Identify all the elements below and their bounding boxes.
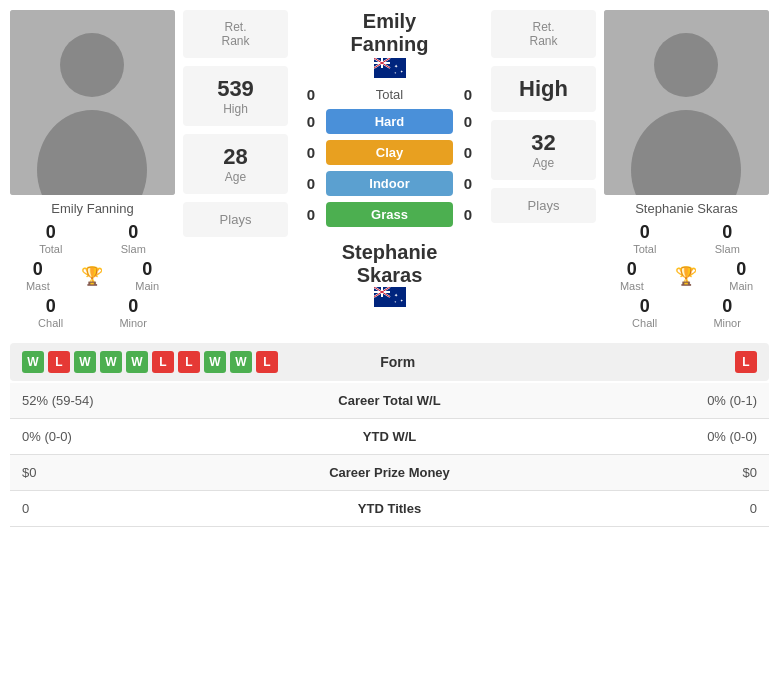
svg-text:✦: ✦ [394, 292, 398, 298]
indoor-right: 0 [453, 175, 483, 192]
clay-left: 0 [296, 144, 326, 161]
left-badge-l: L [178, 351, 200, 373]
right-slam-label: Slam [715, 243, 740, 255]
right-minor-label: Minor [713, 317, 741, 329]
right-main-cell: 0 Main [729, 259, 753, 292]
hard-left: 0 [296, 113, 326, 130]
left-stats-row3: 0 Chall 0 Minor [10, 296, 175, 329]
total-left: 0 [296, 86, 326, 103]
left-ret-label: Ret. [199, 20, 272, 34]
left-trophy-row: 0 Mast 🏆 0 Main [10, 259, 175, 292]
left-main-cell: 0 Main [135, 259, 159, 292]
clay-btn: Clay [326, 140, 453, 165]
left-mast-value: 0 [33, 259, 43, 280]
svg-point-26 [654, 33, 718, 97]
stats-left-val: 0 [10, 491, 260, 527]
left-form-badges: WLWWWLLWWL [22, 351, 278, 373]
indoor-btn: Indoor [326, 171, 453, 196]
left-badge-w: W [22, 351, 44, 373]
right-rank-value: High [507, 76, 580, 102]
left-slam-label: Slam [121, 243, 146, 255]
right-flag-icon: ✦ ✦ ✦ [374, 287, 406, 307]
left-stats-row1: 0 Total 0 Slam [10, 222, 175, 255]
left-flag-icon: ✦ ✦ ✦ [374, 58, 406, 78]
left-plays-label: Plays [199, 212, 272, 227]
total-row: 0 Total 0 [296, 86, 483, 103]
right-total-cell: 0 Total [633, 222, 656, 255]
total-label: Total [326, 87, 453, 102]
right-rank-section-label: Rank [507, 34, 580, 48]
right-mast-cell: 0 Mast [620, 259, 644, 292]
stats-right-val: 0% (0-1) [519, 383, 769, 419]
right-rank-box: Ret. Rank [491, 10, 596, 58]
stats-center-label: YTD W/L [260, 419, 518, 455]
right-player-photo-col: Stephanie Skaras 0 Total 0 Slam 0 Mast [604, 10, 769, 333]
left-mast-label: Mast [26, 280, 50, 292]
right-form-badges: L [518, 351, 758, 373]
left-plays-box: Plays [183, 202, 288, 237]
right-chall-cell: 0 Chall [632, 296, 657, 329]
left-player-name: Emily Fanning [10, 201, 175, 216]
right-player-name-top-center: Stephanie Skaras [342, 241, 438, 287]
right-minor-cell: 0 Minor [713, 296, 741, 329]
left-badge-w: W [100, 351, 122, 373]
svg-text:✦: ✦ [394, 71, 397, 75]
clay-right: 0 [453, 144, 483, 161]
indoor-left: 0 [296, 175, 326, 192]
right-chall-label: Chall [632, 317, 657, 329]
left-total-value: 0 [46, 222, 56, 243]
left-chall-label: Chall [38, 317, 63, 329]
right-stats-row1: 0 Total 0 Slam [604, 222, 769, 255]
right-minor-value: 0 [722, 296, 732, 317]
svg-text:✦: ✦ [394, 63, 398, 69]
left-badge-l: L [152, 351, 174, 373]
total-right: 0 [453, 86, 483, 103]
left-total-cell: 0 Total [39, 222, 62, 255]
left-main-label: Main [135, 280, 159, 292]
left-rank-section-label: Rank [199, 34, 272, 48]
right-silhouette-icon [604, 10, 769, 195]
left-player-name-top-line1: Emily [363, 10, 416, 32]
hard-right: 0 [453, 113, 483, 130]
right-total-value: 0 [640, 222, 650, 243]
stats-right-val: 0% (0-0) [519, 419, 769, 455]
stats-left-val: 52% (59-54) [10, 383, 260, 419]
left-player-name-top-line2: Fanning [351, 33, 429, 55]
indoor-row: 0 Indoor 0 [296, 171, 483, 196]
left-total-label: Total [39, 243, 62, 255]
center-col: Emily Fanning ✦ ✦ ✦ [296, 10, 483, 311]
grass-row: 0 Grass 0 [296, 202, 483, 227]
stats-row: 52% (59-54) Career Total W/L 0% (0-1) [10, 383, 769, 419]
stats-center-label: YTD Titles [260, 491, 518, 527]
right-middle-col: Ret. Rank High 32 Age Plays [491, 10, 596, 223]
stats-row: 0% (0-0) YTD W/L 0% (0-0) [10, 419, 769, 455]
right-chall-value: 0 [640, 296, 650, 317]
right-age-box: 32 Age [491, 120, 596, 180]
right-slam-cell: 0 Slam [715, 222, 740, 255]
stats-row: 0 YTD Titles 0 [10, 491, 769, 527]
left-rank-value-box: 539 High [183, 66, 288, 126]
left-badge-l: L [256, 351, 278, 373]
grass-left: 0 [296, 206, 326, 223]
left-player-photo-col: Emily Fanning 0 Total 0 Slam 0 Mast [10, 10, 175, 333]
right-player-name-top-line2: Skaras [357, 264, 423, 286]
left-minor-value: 0 [128, 296, 138, 317]
right-plays-label: Plays [507, 198, 580, 213]
right-main-label: Main [729, 280, 753, 292]
svg-point-1 [60, 33, 124, 97]
stats-left-val: $0 [10, 455, 260, 491]
grass-right: 0 [453, 206, 483, 223]
hard-btn: Hard [326, 109, 453, 134]
right-total-label: Total [633, 243, 656, 255]
left-badge-w: W [126, 351, 148, 373]
svg-text:✦: ✦ [394, 300, 397, 304]
left-main-value: 0 [142, 259, 152, 280]
left-middle-col: Ret. Rank 539 High 28 Age Plays [183, 10, 288, 237]
right-trophy-icon: 🏆 [675, 265, 697, 287]
right-age-label: Age [507, 156, 580, 170]
right-rank-value-box: High [491, 66, 596, 112]
right-badge-l: L [735, 351, 757, 373]
main-container: Emily Fanning 0 Total 0 Slam 0 Mast [0, 0, 779, 537]
hard-row: 0 Hard 0 [296, 109, 483, 134]
left-player-info: Emily Fanning 0 Total 0 Slam 0 Mast [10, 201, 175, 329]
